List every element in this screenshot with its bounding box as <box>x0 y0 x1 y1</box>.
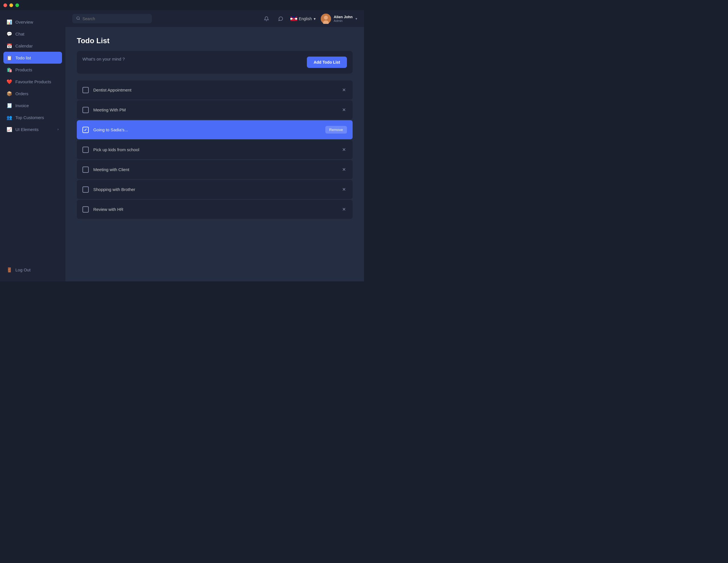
sidebar-item-chat[interactable]: 💬 Chat <box>0 28 65 40</box>
sidebar-item-orders[interactable]: 📦 Orders <box>0 88 65 100</box>
title-bar <box>0 0 364 10</box>
todo-item: Review with HR✕ <box>77 200 353 219</box>
sidebar-icon-logout: 🚪 <box>7 267 12 272</box>
sidebar-label-chat: Chat <box>15 32 59 36</box>
sidebar-item-ui-elements[interactable]: 📈 UI Elements › <box>0 123 65 135</box>
todo-text: Review with HR <box>93 207 336 212</box>
todo-remove-button[interactable]: Remove <box>325 126 347 134</box>
sidebar-icon-todo-list: 📋 <box>7 55 12 60</box>
search-icon <box>76 16 80 21</box>
sidebar-label-top-customers: Top Customers <box>15 115 59 120</box>
sidebar-chevron-ui-elements: › <box>57 127 59 131</box>
todo-checkbox[interactable] <box>82 87 89 93</box>
language-label: English <box>299 16 312 21</box>
todo-text: Going to Sadia's... <box>93 127 321 132</box>
checkmark-icon: ✓ <box>84 128 87 132</box>
sidebar-icon-favourite-products: ❤️ <box>7 79 12 84</box>
main-content: Todo List What's on your mind ? Add Todo… <box>65 27 364 282</box>
traffic-light-red[interactable] <box>3 3 7 7</box>
sidebar-item-logout[interactable]: 🚪 Log Out <box>0 264 65 276</box>
flag-icon <box>290 16 297 21</box>
todo-text: Meeting With PM <box>93 107 336 112</box>
search-input[interactable] <box>82 16 148 21</box>
sidebar-item-todo-list[interactable]: 📋 Todo list <box>3 52 62 64</box>
todo-checkbox[interactable]: ✓ <box>82 127 89 133</box>
todo-delete-button[interactable]: ✕ <box>341 146 347 154</box>
user-info: Alien John Admin <box>334 15 353 22</box>
svg-point-3 <box>324 16 328 20</box>
sidebar-item-calendar[interactable]: 📅 Calendar <box>0 40 65 52</box>
sidebar-label-products: Products <box>15 67 59 72</box>
todo-checkbox[interactable] <box>82 147 89 153</box>
todo-input-area: What's on your mind ? Add Todo List <box>77 51 353 74</box>
language-chevron: ▾ <box>314 16 316 21</box>
sidebar-label-todo-list: Todo list <box>15 55 59 60</box>
avatar <box>321 14 331 24</box>
user-name: Alien John <box>334 15 353 19</box>
traffic-light-green[interactable] <box>15 3 19 7</box>
topbar: English ▾ Alien John Admin <box>65 10 364 27</box>
notification-bell-button[interactable] <box>262 14 271 23</box>
user-role: Admin <box>334 19 353 22</box>
todo-text: Shopping with Brother <box>93 187 336 192</box>
topbar-actions: English ▾ Alien John Admin <box>262 14 357 24</box>
sidebar-icon-ui-elements: 📈 <box>7 127 12 132</box>
todo-checkbox[interactable] <box>82 187 89 193</box>
sidebar-item-overview[interactable]: 📊 Overview <box>0 16 65 28</box>
svg-line-1 <box>79 19 80 20</box>
sidebar-label-ui-elements: UI Elements <box>15 127 54 132</box>
user-section[interactable]: Alien John Admin ▾ <box>321 14 357 24</box>
todo-text: Meeting with Client <box>93 167 336 172</box>
todo-list: Dentist Appointment✕ Meeting With PM✕ ✓ … <box>77 80 353 219</box>
language-selector[interactable]: English ▾ <box>290 16 316 21</box>
todo-delete-button[interactable]: ✕ <box>341 106 347 114</box>
sidebar-icon-top-customers: 👥 <box>7 115 12 120</box>
sidebar-icon-products: 🛍️ <box>7 67 12 72</box>
sidebar-icon-invoice: 🧾 <box>7 103 12 108</box>
todo-text: Dentist Appointment <box>93 88 336 92</box>
todo-item: Meeting with Client✕ <box>77 160 353 179</box>
page-title: Todo List <box>77 36 353 45</box>
sidebar-label-logout: Log Out <box>15 268 59 272</box>
message-button[interactable] <box>276 14 285 23</box>
app-layout: 📊 Overview 💬 Chat 📅 Calendar 📋 Todo list… <box>0 10 364 282</box>
todo-text: Pick up kids from school <box>93 147 336 152</box>
svg-point-0 <box>77 17 79 19</box>
todo-checkbox[interactable] <box>82 107 89 113</box>
sidebar-item-products[interactable]: 🛍️ Products <box>0 64 65 76</box>
search-box <box>72 14 152 23</box>
todo-item: ✓ Going to Sadia's...Remove <box>77 120 353 140</box>
todo-item: Dentist Appointment✕ <box>77 80 353 100</box>
sidebar-icon-orders: 📦 <box>7 91 12 96</box>
todo-item: Pick up kids from school✕ <box>77 140 353 160</box>
sidebar-icon-calendar: 📅 <box>7 43 12 48</box>
todo-delete-button[interactable]: ✕ <box>341 86 347 94</box>
sidebar-label-overview: Overview <box>15 20 59 24</box>
todo-delete-button[interactable]: ✕ <box>341 166 347 173</box>
todo-checkbox[interactable] <box>82 206 89 213</box>
sidebar-label-invoice: Invoice <box>15 103 59 108</box>
todo-checkbox[interactable] <box>82 167 89 173</box>
user-dropdown-chevron: ▾ <box>355 17 357 21</box>
todo-input-placeholder: What's on your mind ? <box>82 57 307 61</box>
sidebar-label-orders: Orders <box>15 91 59 96</box>
traffic-light-yellow[interactable] <box>9 3 13 7</box>
sidebar: 📊 Overview 💬 Chat 📅 Calendar 📋 Todo list… <box>0 10 65 282</box>
sidebar-icon-overview: 📊 <box>7 19 12 24</box>
todo-delete-button[interactable]: ✕ <box>341 206 347 213</box>
sidebar-item-favourite-products[interactable]: ❤️ Favourite Products <box>0 76 65 88</box>
sidebar-item-top-customers[interactable]: 👥 Top Customers <box>0 111 65 123</box>
todo-delete-button[interactable]: ✕ <box>341 186 347 193</box>
sidebar-item-invoice[interactable]: 🧾 Invoice <box>0 100 65 111</box>
sidebar-icon-chat: 💬 <box>7 31 12 36</box>
add-todo-button[interactable]: Add Todo List <box>307 57 347 68</box>
sidebar-label-favourite-products: Favourite Products <box>15 79 59 84</box>
sidebar-label-calendar: Calendar <box>15 44 59 48</box>
todo-item: Shopping with Brother✕ <box>77 180 353 199</box>
todo-item: Meeting With PM✕ <box>77 100 353 120</box>
